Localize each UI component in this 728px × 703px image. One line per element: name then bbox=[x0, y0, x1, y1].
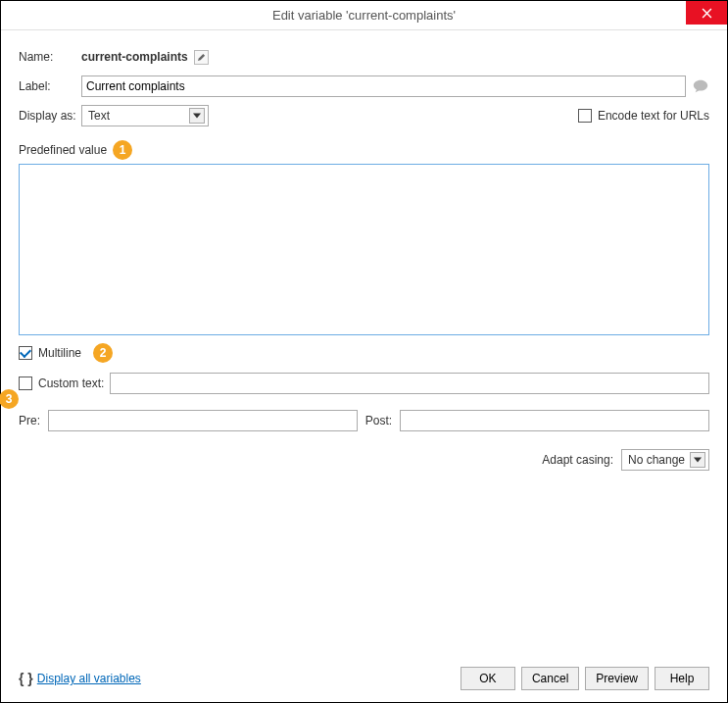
comment-icon[interactable] bbox=[692, 77, 709, 95]
predefined-label: Predefined value bbox=[19, 143, 107, 157]
annotation-badge-3: 3 bbox=[0, 389, 19, 409]
label-row: Label: bbox=[19, 75, 709, 97]
dialog-content: Name: current-complaints Label: Display … bbox=[1, 30, 727, 702]
cancel-button[interactable]: Cancel bbox=[521, 667, 579, 690]
annotation-badge-1: 1 bbox=[113, 140, 132, 160]
multiline-label: Multiline bbox=[38, 346, 81, 360]
pre-label: Pre: bbox=[19, 414, 40, 427]
predefined-value-textarea[interactable] bbox=[19, 164, 709, 335]
adapt-casing-label: Adapt casing: bbox=[542, 453, 613, 467]
post-label: Post: bbox=[365, 414, 392, 427]
close-icon bbox=[702, 8, 712, 19]
button-bar: OK Cancel Preview Help bbox=[461, 667, 709, 690]
chevron-down-icon bbox=[189, 108, 205, 124]
custom-text-checkbox[interactable] bbox=[19, 377, 32, 390]
adapt-casing-select[interactable]: No change bbox=[621, 449, 709, 471]
encode-group: Encode text for URLs bbox=[578, 109, 709, 123]
display-as-row: Display as: Text Encode text for URLs bbox=[19, 105, 709, 126]
custom-text-input[interactable] bbox=[110, 373, 709, 394]
label-label: Label: bbox=[19, 79, 81, 93]
adapt-casing-value: No change bbox=[628, 453, 685, 467]
dialog-window: Edit variable 'current-complaints' Name:… bbox=[0, 0, 728, 703]
preview-button[interactable]: Preview bbox=[585, 667, 649, 690]
edit-name-button[interactable] bbox=[194, 50, 209, 65]
pre-input[interactable] bbox=[48, 410, 358, 431]
display-all-variables-link[interactable]: Display all variables bbox=[37, 672, 141, 685]
titlebar: Edit variable 'current-complaints' bbox=[1, 1, 727, 30]
display-as-select[interactable]: Text bbox=[81, 105, 209, 126]
ok-button[interactable]: OK bbox=[461, 667, 515, 690]
name-label: Name: bbox=[19, 50, 81, 64]
dialog-title: Edit variable 'current-complaints' bbox=[272, 8, 456, 23]
help-button[interactable]: Help bbox=[655, 667, 709, 690]
adapt-casing-row: Adapt casing: No change bbox=[19, 449, 709, 471]
display-as-label: Display as: bbox=[19, 109, 81, 123]
display-as-value: Text bbox=[88, 109, 110, 123]
multiline-row: Multiline 2 bbox=[19, 343, 709, 363]
name-row: Name: current-complaints bbox=[19, 46, 709, 68]
chevron-down-icon bbox=[690, 452, 705, 468]
custom-text-row: Custom text: bbox=[19, 373, 709, 394]
encode-label: Encode text for URLs bbox=[598, 109, 709, 123]
pencil-icon bbox=[197, 53, 206, 62]
annotation-badge-2: 2 bbox=[93, 343, 113, 363]
pre-post-row: Pre: Post: bbox=[19, 410, 709, 431]
multiline-checkbox[interactable] bbox=[19, 346, 32, 360]
encode-checkbox[interactable] bbox=[578, 109, 592, 123]
name-value: current-complaints bbox=[81, 50, 188, 64]
predefined-label-row: Predefined value 1 bbox=[19, 140, 709, 160]
label-input[interactable] bbox=[81, 75, 686, 97]
braces-icon: { } bbox=[19, 671, 33, 686]
close-button[interactable] bbox=[686, 1, 727, 25]
footer: { } Display all variables OK Cancel Prev… bbox=[19, 659, 709, 690]
post-input[interactable] bbox=[400, 410, 709, 431]
custom-text-label: Custom text: bbox=[38, 377, 104, 390]
